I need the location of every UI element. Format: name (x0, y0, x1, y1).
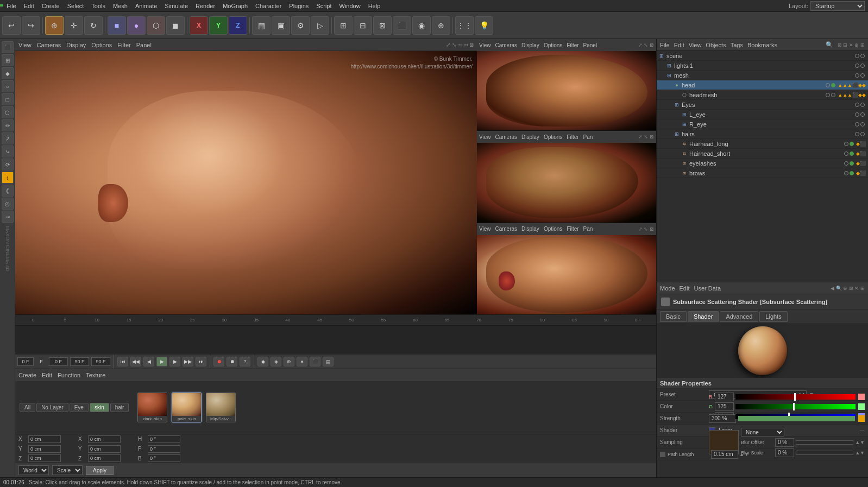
object-mode-button[interactable]: ■ (108, 16, 126, 35)
tl-prev-key[interactable]: ◀◀ (130, 357, 141, 366)
coord-x-input[interactable] (28, 435, 61, 443)
left-tool-pen[interactable]: ✏ (2, 119, 14, 131)
obj-row-scene[interactable]: ⊞ scene (657, 51, 868, 61)
timeline-track[interactable] (15, 326, 656, 355)
color-r-bar[interactable] (735, 394, 856, 400)
sv1-cameras[interactable]: Cameras (495, 42, 518, 48)
move-snap-button[interactable]: ⊠ (373, 16, 392, 35)
menu-character[interactable]: Character (252, 2, 285, 10)
om-tags[interactable]: Tags (731, 42, 743, 48)
edges-mode-button[interactable]: ⬡ (147, 16, 165, 35)
blur-offset-bar[interactable] (796, 440, 853, 445)
redo-button[interactable]: ↪ (22, 16, 40, 35)
scale-dropdown[interactable]: Scale (52, 465, 83, 475)
left-tool-circle[interactable]: ○ (2, 80, 14, 92)
start-frame-input[interactable] (49, 357, 68, 366)
menu-window[interactable]: Window (336, 2, 364, 10)
coord-z-input[interactable] (28, 454, 61, 462)
obj-row-hairs[interactable]: ⊞ hairs (657, 129, 868, 139)
sub-viewport-2-content[interactable] (477, 143, 656, 222)
tl-prev-frame[interactable]: ◀ (143, 357, 154, 366)
left-tool-cube[interactable]: ⬛ (2, 41, 14, 53)
tl-key3[interactable]: ⊕ (284, 357, 294, 366)
tl-help[interactable]: ? (240, 357, 250, 366)
y-axis-button[interactable]: Y (209, 16, 228, 35)
om-edit[interactable]: Edit (674, 42, 684, 48)
menu-create[interactable]: Create (39, 2, 63, 10)
coord-p-input[interactable] (148, 445, 180, 453)
menu-animate[interactable]: Animate (132, 2, 160, 10)
color-g-input[interactable] (715, 402, 734, 411)
path-length-toggle[interactable] (660, 452, 665, 457)
render-to-po-button[interactable]: ▣ (272, 16, 290, 35)
left-tool-active[interactable]: ↕ (2, 172, 14, 184)
sv3-view[interactable]: View (479, 226, 491, 232)
blur-offset-input[interactable] (775, 438, 794, 447)
menu-help[interactable]: Help (365, 2, 384, 10)
obj-row-hairlong[interactable]: ≋ Hairhead_long ◆⬛ (657, 139, 868, 149)
path-length-arrows[interactable]: ▲▼ (739, 452, 749, 457)
om-objects[interactable]: Objects (706, 42, 726, 48)
vt-view[interactable]: View (18, 42, 32, 48)
mat-swatch-dark-skin[interactable]: dark_skin (137, 393, 167, 422)
main-viewport-content[interactable]: © Bunk Timmer. http://www.comichouse.nl/… (15, 51, 477, 314)
coord-x2-input[interactable] (88, 435, 121, 443)
mat-edit[interactable]: Edit (42, 372, 52, 378)
poly-mode-button[interactable]: ◼ (166, 16, 185, 35)
tl-next-key[interactable]: ▶▶ (183, 357, 193, 366)
sv3-display[interactable]: Display (521, 226, 539, 232)
vt-panel[interactable]: Panel (136, 42, 152, 48)
menu-simulate[interactable]: Simulate (161, 2, 191, 10)
sub-viewport-3-content[interactable] (477, 235, 656, 314)
sv2-cameras[interactable]: Cameras (495, 134, 518, 140)
menu-edit[interactable]: Edit (21, 2, 37, 10)
tl-key1[interactable]: ◆ (257, 357, 268, 366)
coord-z2-input[interactable] (88, 454, 121, 462)
x-axis-button[interactable]: X (190, 16, 208, 35)
menu-plugins[interactable]: Plugins (286, 2, 312, 10)
left-tool-measure[interactable]: ⊸ (2, 211, 14, 223)
mat-tab-hair[interactable]: hair (110, 403, 129, 412)
om-view[interactable]: View (689, 42, 702, 48)
layout-dropdown[interactable]: Startup (810, 1, 865, 11)
sv2-pan[interactable]: Pan (583, 134, 593, 140)
configure-button[interactable]: ⋮⋮ (455, 16, 474, 35)
mat-texture[interactable]: Texture (86, 372, 105, 378)
vt-options[interactable]: Options (91, 42, 112, 48)
sv1-panel[interactable]: Panel (583, 42, 597, 48)
sv3-pan[interactable]: Pan (583, 226, 593, 232)
tl-key6[interactable]: ▤ (323, 357, 334, 366)
sv2-view[interactable]: View (479, 134, 491, 140)
obj-row-leye[interactable]: ⊞ L_eye (657, 110, 868, 119)
sv1-view[interactable]: View (479, 42, 491, 48)
sub-viewport-1-content[interactable] (477, 51, 656, 130)
color-g-bar[interactable] (735, 404, 856, 409)
vt-display[interactable]: Display (66, 42, 86, 48)
vt-filter[interactable]: Filter (117, 42, 130, 48)
mat-tab-nolayer[interactable]: No Layer (36, 403, 68, 412)
tl-key5[interactable]: ⬛ (310, 357, 320, 366)
menu-file[interactable]: File (3, 2, 20, 10)
at-userdata[interactable]: User Data (694, 285, 721, 292)
floor-button[interactable]: ⊟ (354, 16, 372, 35)
color-r-input[interactable] (715, 393, 734, 401)
sv1-filter[interactable]: Filter (567, 42, 578, 48)
path-length-input[interactable] (711, 450, 738, 459)
obj-row-mesh[interactable]: ⊞ mesh (657, 71, 868, 80)
attrs-tab-advanced[interactable]: Advanced (720, 311, 758, 322)
left-tool-bend[interactable]: ⤷ (2, 146, 14, 157)
obj-row-lights[interactable]: ⊞ lights.1 (657, 61, 868, 71)
sv3-filter[interactable]: Filter (567, 226, 578, 232)
attrs-sampling-dropdown[interactable]: None (741, 428, 784, 437)
light-button[interactable]: 💡 (475, 16, 493, 35)
move-tool-button[interactable]: ⊕ (45, 16, 64, 35)
obj-row-brows[interactable]: ≋ brows ◆⬛ (657, 168, 868, 178)
om-search[interactable]: 🔍 (826, 41, 833, 48)
tl-record[interactable]: ⏺ (213, 357, 224, 366)
attrs-tab-basic[interactable]: Basic (660, 311, 687, 322)
mat-swatch-pale-skin[interactable]: pale_skin (172, 393, 202, 422)
left-tool-diamond[interactable]: ◆ (2, 67, 14, 79)
menu-render[interactable]: Render (192, 2, 218, 10)
menu-select[interactable]: Select (64, 2, 87, 10)
end-frame-input1[interactable] (70, 357, 89, 366)
